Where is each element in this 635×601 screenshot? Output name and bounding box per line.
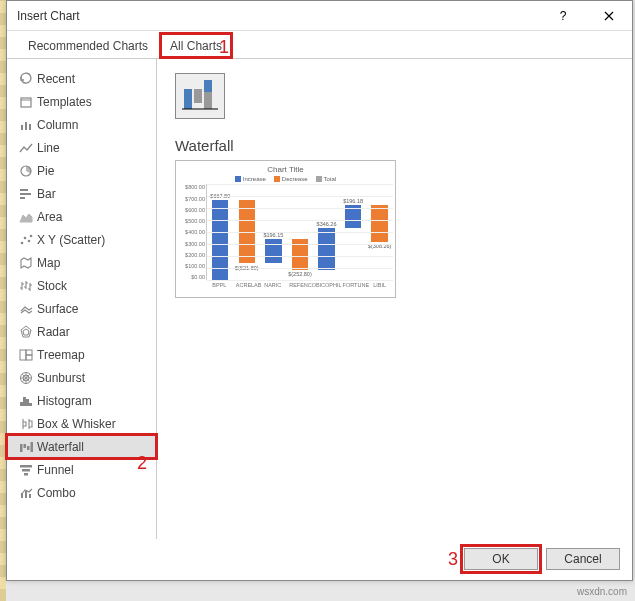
sidebar-item-bar[interactable]: Bar — [7, 182, 156, 205]
combo-icon — [15, 486, 37, 500]
sidebar-item-label: Area — [37, 210, 62, 224]
plot-area: $667.80$(521.80)$196.15$(252.80)$346.26$… — [206, 184, 393, 280]
svg-rect-0 — [21, 98, 31, 107]
svg-rect-6 — [20, 193, 31, 195]
sidebar-item-treemap[interactable]: Treemap — [7, 343, 156, 366]
svg-rect-22 — [24, 444, 27, 448]
dialog-title: Insert Chart — [17, 9, 540, 23]
svg-point-9 — [24, 236, 27, 239]
chart-preview-panel: Waterfall Chart Title Increase Decrease … — [157, 59, 632, 539]
bar-icon — [15, 187, 37, 201]
sidebar-item-label: Sunburst — [37, 371, 85, 385]
sidebar-item-combo[interactable]: Combo — [7, 481, 156, 504]
chart-type-sidebar: Recent Templates Column Line Pie Bar Are… — [7, 59, 157, 539]
svg-rect-25 — [20, 465, 32, 468]
sidebar-item-area[interactable]: Area — [7, 205, 156, 228]
svg-rect-5 — [20, 189, 28, 191]
dialog-body: Recent Templates Column Line Pie Bar Are… — [7, 59, 632, 539]
sidebar-item-box-whisker[interactable]: Box & Whisker — [7, 412, 156, 435]
legend-increase: Increase — [235, 176, 266, 182]
sidebar-item-line[interactable]: Line — [7, 136, 156, 159]
svg-rect-21 — [20, 444, 23, 452]
svg-point-11 — [30, 234, 33, 237]
svg-rect-24 — [31, 442, 34, 452]
svg-rect-19 — [26, 399, 29, 406]
sidebar-item-pie[interactable]: Pie — [7, 159, 156, 182]
sidebar-item-label: Stock — [37, 279, 67, 293]
svg-rect-30 — [29, 494, 31, 498]
cancel-button[interactable]: Cancel — [546, 548, 620, 570]
svg-rect-31 — [204, 80, 212, 92]
sidebar-item-waterfall[interactable]: Waterfall — [7, 435, 156, 458]
svg-rect-17 — [20, 402, 23, 406]
waterfall-subtype-icon — [182, 80, 218, 112]
line-icon — [15, 141, 37, 155]
sidebar-item-label: Waterfall — [37, 440, 84, 454]
ok-button[interactable]: OK — [464, 548, 538, 570]
pie-icon — [15, 164, 37, 178]
legend-total: Total — [316, 176, 337, 182]
chart-legend: Increase Decrease Total — [178, 176, 393, 182]
svg-rect-32 — [184, 89, 192, 109]
tab-recommended-charts[interactable]: Recommended Charts — [17, 32, 159, 59]
help-button[interactable]: ? — [540, 1, 586, 31]
sidebar-item-label: Histogram — [37, 394, 92, 408]
column-icon — [15, 118, 37, 132]
sidebar-item-sunburst[interactable]: Sunburst — [7, 366, 156, 389]
histogram-icon — [15, 394, 37, 408]
sidebar-item-histogram[interactable]: Histogram — [7, 389, 156, 412]
templates-icon — [15, 95, 37, 109]
annotation-3: 3 — [448, 549, 458, 570]
sidebar-item-label: Funnel — [37, 463, 74, 477]
svg-point-10 — [28, 239, 31, 242]
sidebar-item-map[interactable]: Map — [7, 251, 156, 274]
sidebar-item-stock[interactable]: Stock — [7, 274, 156, 297]
titlebar: Insert Chart ? — [7, 1, 632, 31]
sidebar-item-radar[interactable]: Radar — [7, 320, 156, 343]
sidebar-item-label: Line — [37, 141, 60, 155]
svg-point-8 — [21, 241, 24, 244]
stock-icon — [15, 279, 37, 293]
area-icon — [15, 210, 37, 224]
svg-rect-29 — [25, 491, 27, 498]
sidebar-item-column[interactable]: Column — [7, 113, 156, 136]
sidebar-item-funnel[interactable]: Funnel — [7, 458, 156, 481]
y-axis: $800.00$700.00$600.00$500.00$400.00$300.… — [178, 184, 206, 280]
sidebar-item-label: Surface — [37, 302, 78, 316]
sidebar-item-scatter[interactable]: X Y (Scatter) — [7, 228, 156, 251]
chart-type-name: Waterfall — [175, 137, 614, 154]
scatter-icon — [15, 233, 37, 247]
sidebar-item-surface[interactable]: Surface — [7, 297, 156, 320]
watermark: wsxdn.com — [577, 586, 627, 597]
recent-icon — [15, 72, 37, 86]
treemap-icon — [15, 348, 37, 362]
svg-rect-34 — [204, 92, 212, 109]
sidebar-item-templates[interactable]: Templates — [7, 90, 156, 113]
svg-rect-26 — [22, 469, 30, 472]
x-axis: BPPLACRELABNARICREFENCOBICOPHILFORTUNELI… — [206, 282, 393, 288]
surface-icon — [15, 302, 37, 316]
sidebar-item-label: Treemap — [37, 348, 85, 362]
svg-rect-7 — [20, 197, 25, 199]
annotation-1: 1 — [219, 37, 229, 58]
sidebar-item-label: Bar — [37, 187, 56, 201]
sidebar-item-recent[interactable]: Recent — [7, 67, 156, 90]
sunburst-icon — [15, 371, 37, 385]
chart-subtype-button[interactable] — [175, 73, 225, 119]
funnel-icon — [15, 463, 37, 477]
tabs-bar: Recommended Charts All Charts — [7, 31, 632, 59]
sidebar-item-label: Column — [37, 118, 78, 132]
insert-chart-dialog: Insert Chart ? Recommended Charts All Ch… — [6, 0, 633, 581]
map-icon — [15, 256, 37, 270]
sidebar-item-label: Box & Whisker — [37, 417, 116, 431]
svg-rect-3 — [29, 124, 31, 130]
radar-icon — [15, 325, 37, 339]
close-button[interactable] — [586, 1, 632, 31]
sidebar-item-label: Map — [37, 256, 60, 270]
box-whisker-icon — [15, 417, 37, 431]
dialog-footer: 3 OK Cancel — [448, 548, 620, 570]
chart-preview[interactable]: Chart Title Increase Decrease Total $800… — [175, 160, 396, 298]
svg-rect-1 — [21, 125, 23, 130]
svg-rect-12 — [20, 350, 26, 360]
sidebar-item-label: Combo — [37, 486, 76, 500]
